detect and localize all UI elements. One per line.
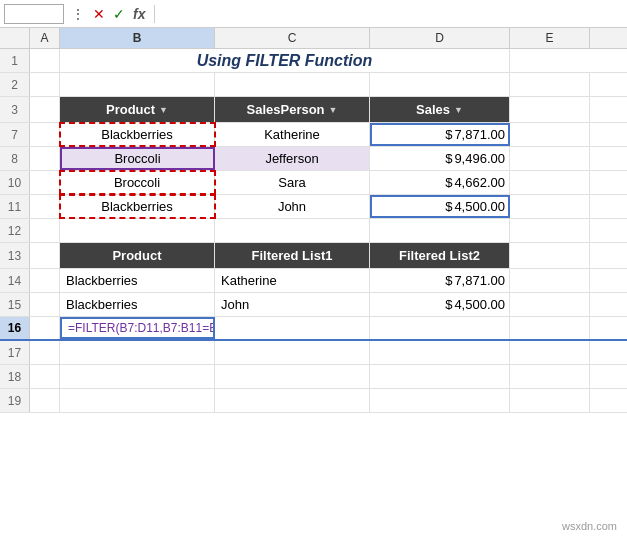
cell-10a[interactable]	[30, 171, 60, 194]
sales-15-value: 4,500.00	[454, 297, 505, 312]
cell-8e[interactable]	[510, 147, 590, 170]
cell-7a[interactable]	[30, 123, 60, 146]
fx-icon[interactable]: fx	[130, 6, 148, 22]
cell-2a[interactable]	[30, 73, 60, 96]
sales-7-value: 7,871.00	[454, 127, 505, 142]
table-row: 11 Blackberries John $ 4,500.00	[0, 195, 627, 219]
cell-15e[interactable]	[510, 293, 590, 316]
cell-16b-formula[interactable]: =FILTER(B7:D11,B7:B11=B8," ")	[60, 317, 215, 339]
sales-header-label: Sales	[416, 102, 450, 117]
cell-19b[interactable]	[60, 389, 215, 412]
table-row: 1 Using FILTER Function	[0, 49, 627, 73]
filter-icon-salesperson[interactable]: ▼	[329, 105, 338, 115]
salesperson-header-label: SalesPerson	[247, 102, 325, 117]
cell-12b[interactable]	[60, 219, 215, 242]
cell-11c[interactable]: John	[215, 195, 370, 218]
sales-10-value: 4,662.00	[454, 175, 505, 190]
cell-12c[interactable]	[215, 219, 370, 242]
cell-11b[interactable]: Blackberries	[60, 195, 215, 218]
cell-8b[interactable]: Broccoli	[60, 147, 215, 170]
table-row: 3 Product ▼ SalesPerson ▼ Sales ▼	[0, 97, 627, 123]
col-header-a[interactable]: A	[30, 28, 60, 48]
row-num-2: 2	[0, 73, 30, 96]
cell-16e[interactable]	[510, 317, 590, 339]
cell-17e[interactable]	[510, 341, 590, 364]
confirm-icon[interactable]: ✓	[110, 6, 128, 22]
cell-8d[interactable]: $ 9,496.00	[370, 147, 510, 170]
cell-2d[interactable]	[370, 73, 510, 96]
cell-18a[interactable]	[30, 365, 60, 388]
col-header-e[interactable]: E	[510, 28, 590, 48]
cell-7c[interactable]: Katherine	[215, 123, 370, 146]
cell-1b-title: Using FILTER Function	[60, 49, 510, 72]
cell-11d[interactable]: $ 4,500.00	[370, 195, 510, 218]
cell-10b[interactable]: Broccoli	[60, 171, 215, 194]
cell-3d-header[interactable]: Sales ▼	[370, 97, 510, 122]
cell-2e[interactable]	[510, 73, 590, 96]
cell-10e[interactable]	[510, 171, 590, 194]
cell-13a[interactable]	[30, 243, 60, 268]
cell-11e[interactable]	[510, 195, 590, 218]
cell-19c[interactable]	[215, 389, 370, 412]
cell-14c[interactable]: Katherine	[215, 269, 370, 292]
cell-3c-header[interactable]: SalesPerson ▼	[215, 97, 370, 122]
formula-separator	[154, 5, 155, 23]
cell-14d[interactable]: $ 7,871.00	[370, 269, 510, 292]
cell-2c[interactable]	[215, 73, 370, 96]
cancel-icon[interactable]: ✕	[90, 6, 108, 22]
cell-7d[interactable]: $ 7,871.00	[370, 123, 510, 146]
cell-16d[interactable]	[370, 317, 510, 339]
cell-19d[interactable]	[370, 389, 510, 412]
formula-input[interactable]: =FILTER(B7:D11,B7:B11=B8," ")	[161, 4, 623, 23]
cell-10c[interactable]: Sara	[215, 171, 370, 194]
cell-18c[interactable]	[215, 365, 370, 388]
table-row: 16 =FILTER(B7:D11,B7:B11=B8," ")	[0, 317, 627, 341]
cell-15a[interactable]	[30, 293, 60, 316]
cell-14b[interactable]: Blackberries	[60, 269, 215, 292]
cell-17a[interactable]	[30, 341, 60, 364]
cell-13e[interactable]	[510, 243, 590, 268]
cell-3a[interactable]	[30, 97, 60, 122]
three-dots-icon[interactable]: ⋮	[68, 6, 88, 22]
table-row: 7 Blackberries Katherine $ 7,871.00	[0, 123, 627, 147]
cell-8a[interactable]	[30, 147, 60, 170]
cell-10d[interactable]: $ 4,662.00	[370, 171, 510, 194]
cell-15d[interactable]: $ 4,500.00	[370, 293, 510, 316]
dollar-14: $	[445, 273, 452, 288]
dollar-7: $	[445, 127, 452, 142]
formula-icons: ⋮ ✕ ✓ fx	[68, 6, 148, 22]
cell-16a[interactable]	[30, 317, 60, 339]
cell-14e[interactable]	[510, 269, 590, 292]
cell-7b[interactable]: Blackberries	[60, 123, 215, 146]
cell-7e[interactable]	[510, 123, 590, 146]
cell-2b[interactable]	[60, 73, 215, 96]
cell-reference-box[interactable]: B16	[4, 4, 64, 24]
cell-8c[interactable]: Jefferson	[215, 147, 370, 170]
cell-14a[interactable]	[30, 269, 60, 292]
col-header-b[interactable]: B	[60, 28, 215, 48]
col-header-c[interactable]: C	[215, 28, 370, 48]
cell-18b[interactable]	[60, 365, 215, 388]
cell-17c[interactable]	[215, 341, 370, 364]
cell-18e[interactable]	[510, 365, 590, 388]
cell-3b-header[interactable]: Product ▼	[60, 97, 215, 122]
cell-17b[interactable]	[60, 341, 215, 364]
cell-3e[interactable]	[510, 97, 590, 122]
cell-12a[interactable]	[30, 219, 60, 242]
cell-1a[interactable]	[30, 49, 60, 72]
row-num-18: 18	[0, 365, 30, 388]
cell-19a[interactable]	[30, 389, 60, 412]
cell-15b[interactable]: Blackberries	[60, 293, 215, 316]
cell-19e[interactable]	[510, 389, 590, 412]
cell-12d[interactable]	[370, 219, 510, 242]
dollar-11: $	[445, 199, 452, 214]
cell-11a[interactable]	[30, 195, 60, 218]
cell-16c[interactable]	[215, 317, 370, 339]
cell-15c[interactable]: John	[215, 293, 370, 316]
cell-12e[interactable]	[510, 219, 590, 242]
col-header-d[interactable]: D	[370, 28, 510, 48]
cell-17d[interactable]	[370, 341, 510, 364]
filter-icon-product[interactable]: ▼	[159, 105, 168, 115]
filter-icon-sales[interactable]: ▼	[454, 105, 463, 115]
cell-18d[interactable]	[370, 365, 510, 388]
